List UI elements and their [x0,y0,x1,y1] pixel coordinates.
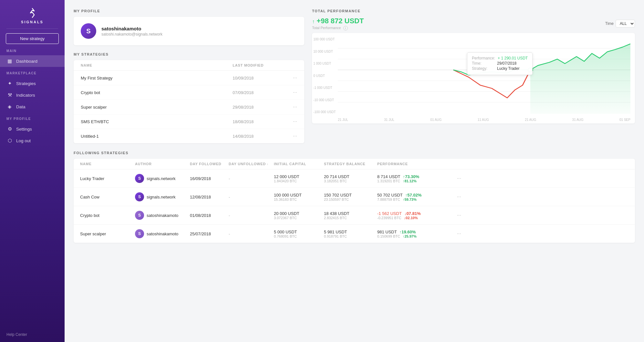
sidebar-item-indicators-label: Indicators [16,93,35,98]
time-dropdown[interactable]: ALL 1M 3M 6M 1Y [616,20,635,27]
col-initial-capital-header: INITIAL CAPITAL [274,162,324,166]
profile-name: satoshinakamoto [101,26,162,31]
strategy-name: Super scalper [81,105,233,110]
sidebar-item-logout-label: Log out [16,138,31,143]
following-author: S signals.network [135,174,190,183]
strategy-balance: 5 981 USDT 0.918791 BTC [324,230,377,238]
following-table-row: Lucky Trader S signals.network 16/09/201… [74,169,635,188]
author-name: satoshinakamoto [147,213,178,218]
strategy-name: Crypto bot [81,90,233,95]
following-author: S satoshinakamoto [135,229,190,238]
table-row: Crypto bot 07/09/2018 ··· [74,85,304,100]
sidebar-item-settings[interactable]: ⚙ Settings [0,123,65,135]
performance-label: Total Performance i [312,26,364,30]
col-strategy-balance-header: STRATEGY BALANCE [324,162,377,166]
strategy-name: SMS ETH/BTC [81,119,233,124]
tooltip-perf-label: Performance: [472,56,495,60]
time-select-container: Time ALL 1M 3M 6M 1Y [605,20,635,27]
col-day-followed-header: DAY FOLLOWED [190,162,229,166]
strategy-menu-button[interactable]: ··· [284,133,297,139]
following-table-row: Cash Cow S signals.network 12/08/2018 - … [74,188,635,206]
author-avatar: S [135,211,144,220]
sidebar-item-dashboard[interactable]: ▦ Dashboard [0,55,65,67]
col-name: NAME [81,63,233,67]
sidebar-logo-text: SIGNALS [21,20,44,24]
sidebar-item-strategies[interactable]: ✦ Strategies [0,78,65,89]
day-unfollowed: - [229,195,274,199]
initial-capital: 12 000 USDT 1.843420 BTC [274,174,324,183]
info-icon: i [343,26,348,30]
my-strategies-section: MY STRATEGIES NAME LAST MODIFIED My Firs… [74,52,304,143]
performance-cell: 8 714 USDT ↑73.30% 1.319201 BTC ↑81.12% [377,174,452,183]
strategies-icon: ✦ [6,80,13,86]
dashboard-icon: ▦ [6,58,13,64]
col-day-unfollowed-header: DAY UNFOLLOWED ↓ [229,162,274,166]
strategy-menu-button[interactable]: ··· [284,104,297,110]
day-followed: 16/09/2018 [190,176,229,181]
help-center-link[interactable]: Help Center [0,327,65,342]
sidebar-item-data[interactable]: ◈ Data [0,101,65,112]
my-profile-section: MY PROFILE S satoshinakamoto satoshi.nak… [74,9,304,45]
performance-cell: -1 562 USDT ↓07.81% -0.239951 BTC ↓02.10… [377,211,452,220]
main-content: MY PROFILE S satoshinakamoto satoshi.nak… [65,0,644,342]
tooltip-time-label: Time: [472,61,494,66]
following-table: NAME AUTHOR DAY FOLLOWED DAY UNFOLLOWED … [74,159,635,243]
col-modified: LAST MODIFIED [233,63,284,67]
sidebar-item-indicators[interactable]: ⚒ Indicators [0,89,65,101]
performance-chart-svg [338,37,630,114]
day-followed: 25/07/2018 [190,231,229,236]
day-followed: 01/08/2018 [190,213,229,218]
table-row: My First Strategy 10/09/2018 ··· [74,71,304,85]
following-strategies-section: FOLLOWING STRATEGIES NAME AUTHOR DAY FOL… [74,151,635,243]
initial-capital: 20 000 USDT 3.072367 BTC [274,211,324,220]
sidebar-item-settings-label: Settings [16,127,32,132]
following-author: S signals.network [135,192,190,201]
following-menu-button[interactable]: ··· [452,231,461,237]
performance-cell: 50 702 USDT ↑57.02% 7.888759 BTC ↑59.73% [377,193,452,201]
strategy-balance: 20 714 USDT 3.182051 BTC [324,174,377,183]
day-unfollowed: - [229,231,274,236]
day-unfollowed: - [229,176,274,181]
tooltip-time-value: 29/07/2018 [497,61,516,66]
my-profile-title: MY PROFILE [74,9,304,13]
initial-capital: 5 000 USDT 0.768091 BTC [274,230,324,238]
strategies-table: NAME LAST MODIFIED My First Strategy 10/… [74,60,304,143]
strategy-menu-button[interactable]: ··· [284,75,297,81]
following-name: Crypto bot [80,213,135,218]
col-performance-header: PERFORMANCE [377,162,452,166]
day-unfollowed: - [229,213,274,218]
strategy-balance: 150 702 USDT 23.150597 BTC [324,193,377,201]
chart-y-labels: 100 000 USDT 10 000 USDT 1 000 USDT 0 US… [312,37,338,114]
following-strategies-title: FOLLOWING STRATEGIES [74,151,635,155]
author-name: signals.network [147,195,176,199]
sidebar-item-logout[interactable]: ⬡ Log out [0,135,65,146]
following-table-row: Super scalper S satoshinakamoto 25/07/20… [74,225,635,243]
author-name: signals.network [147,176,176,181]
strategy-menu-button[interactable]: ··· [284,119,297,124]
tooltip-strategy-label: Strategy: [472,66,494,71]
table-row: SMS ETH/BTC 18/08/2018 ··· [74,114,304,129]
strategies-table-header: NAME LAST MODIFIED [74,60,304,71]
data-icon: ◈ [6,104,13,110]
following-table-row: Crypto bot S satoshinakamoto 01/08/2018 … [74,206,635,225]
following-menu-button[interactable]: ··· [452,176,461,181]
performance-chart-container: 100 000 USDT 10 000 USDT 1 000 USDT 0 US… [312,33,635,123]
following-name: Lucky Trader [80,176,135,181]
tooltip-perf-value: + 1 290.01 USDT [498,56,528,60]
chart-x-labels: 21 JUL 31 JUL 01 AUG 11 AUG 21 AUG 31 AU… [338,118,630,122]
following-menu-button[interactable]: ··· [452,212,461,218]
following-menu-button[interactable]: ··· [452,194,461,200]
new-strategy-button[interactable]: New strategy [6,33,59,44]
profile-card: S satoshinakamoto satoshi.nakamoto@signa… [74,17,304,45]
author-avatar: S [135,192,144,201]
col-author-header: AUTHOR [135,162,190,166]
strategy-name: My First Strategy [81,76,233,80]
strategy-menu-button[interactable]: ··· [284,90,297,95]
sidebar-logo: SIGNALS [0,0,65,28]
sidebar: SIGNALS New strategy MAIN ▦ Dashboard MA… [0,0,65,342]
strategy-balance: 18 438 USDT 2.832415 BTC [324,211,377,220]
svg-marker-6 [530,44,630,114]
table-row: Untitled-1 14/08/2018 ··· [74,129,304,143]
strategy-modified: 29/08/2018 [233,105,284,110]
col-name-header: NAME [80,162,135,166]
